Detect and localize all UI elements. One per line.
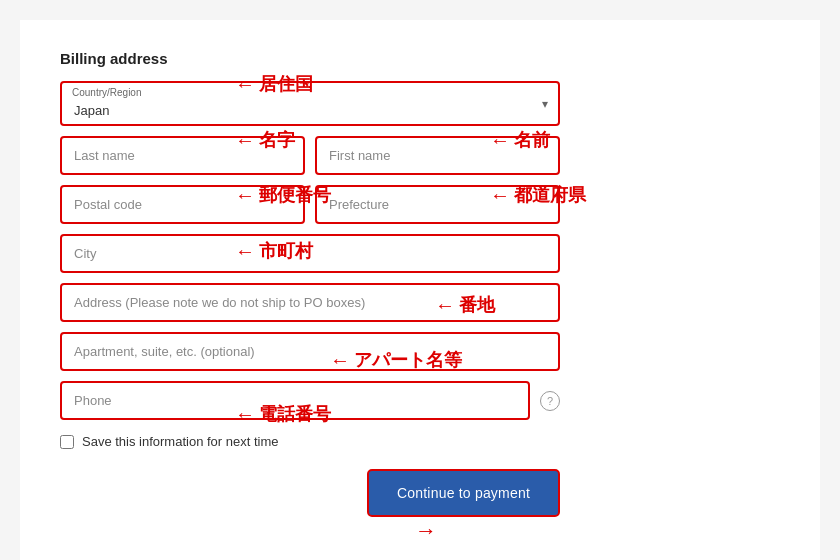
address-group bbox=[60, 283, 560, 322]
prefecture-group bbox=[315, 185, 560, 224]
city-group bbox=[60, 234, 560, 273]
prefecture-input[interactable] bbox=[315, 185, 560, 224]
first-name-group bbox=[315, 136, 560, 175]
apartment-input[interactable] bbox=[60, 332, 560, 371]
country-region-wrapper: Country/Region Japan United States Unite… bbox=[60, 81, 560, 126]
phone-group: ? bbox=[60, 381, 560, 420]
save-info-row: Save this information for next time bbox=[60, 434, 560, 449]
postal-prefecture-row bbox=[60, 185, 560, 224]
section-title: Billing address bbox=[60, 50, 560, 67]
city-input[interactable] bbox=[60, 234, 560, 273]
phone-input[interactable] bbox=[60, 381, 530, 420]
first-name-input[interactable] bbox=[315, 136, 560, 175]
postal-code-input[interactable] bbox=[60, 185, 305, 224]
phone-help-icon[interactable]: ? bbox=[540, 391, 560, 411]
name-row bbox=[60, 136, 560, 175]
page-wrapper: Billing address Country/Region Japan Uni… bbox=[20, 20, 820, 560]
apartment-group bbox=[60, 332, 560, 371]
continue-to-payment-button[interactable]: Continue to payment bbox=[367, 469, 560, 517]
last-name-input[interactable] bbox=[60, 136, 305, 175]
address-input[interactable] bbox=[60, 283, 560, 322]
last-name-group bbox=[60, 136, 305, 175]
billing-address-form: Billing address Country/Region Japan Uni… bbox=[60, 50, 560, 550]
country-select[interactable]: Japan United States United Kingdom bbox=[60, 81, 560, 126]
save-info-label[interactable]: Save this information for next time bbox=[82, 434, 279, 449]
postal-code-group bbox=[60, 185, 305, 224]
save-info-checkbox[interactable] bbox=[60, 435, 74, 449]
